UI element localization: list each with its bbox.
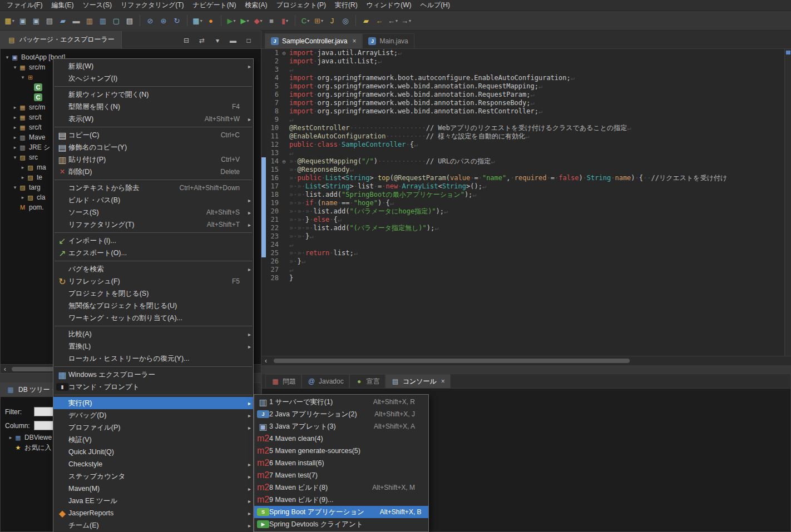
tree-expanded-icon[interactable]: ▾ [19,74,26,80]
profile-button[interactable]: ◆▾ [252,14,264,27]
menu-item[interactable]: m24 Maven clean(4) [254,432,428,445]
menu-item[interactable]: 検証(V) [53,434,253,446]
menubar-item[interactable]: ウィンドウ(W) [362,0,416,11]
menu-item[interactable]: ▥貼り付け(P)Ctrl+V [53,153,253,166]
skip-breakpoints-button[interactable]: ⊘ [144,14,156,27]
debug-button[interactable]: ▶▾ [225,14,238,27]
menu-item[interactable]: m29 Maven ビルド(9)... [254,494,428,506]
view-toolbar-button[interactable]: ▬ [229,35,238,45]
menu-item[interactable]: ▤コピー(C)Ctrl+C [53,129,253,141]
menu-item[interactable]: J2 Java アプリケーション(2)Alt+Shift+X, J [254,408,428,420]
menu-item[interactable]: ▥1 サーバーで実行(1)Alt+Shift+X, R [254,396,428,408]
save-all-button[interactable]: ▣ [30,14,42,27]
menu-item[interactable]: 新規(W)▸ [53,60,253,72]
compare-button[interactable]: ▥ [97,14,109,27]
new-interface-button[interactable]: J [326,14,338,27]
menubar-item[interactable]: リファクタリング(T) [116,0,189,11]
view-toolbar-button[interactable]: ⇄ [197,35,206,45]
menubar-item[interactable]: 実行(R) [330,0,362,11]
tree-collapsed-icon[interactable]: ▸ [19,165,26,170]
tree-collapsed-icon[interactable]: ▸ [12,105,18,110]
report-button[interactable]: ▤ [123,14,136,27]
editor-hscrollbar[interactable]: ‹ [261,356,791,365]
menu-item[interactable]: デバッグ(D)▸ [53,409,253,421]
menu-item[interactable]: ▦Windows エクスプローラー [53,369,253,381]
view-toolbar-button[interactable]: □ [244,35,253,45]
menu-item[interactable]: 置換(L)▸ [53,340,253,352]
new-class-button[interactable]: C▾ [299,14,312,27]
menu-item[interactable]: Maven(M)▸ [53,483,253,495]
editor-code-area[interactable]: 1⊖import·java.util.ArrayList;↵2import·ja… [261,49,784,356]
menu-item[interactable]: 表示(W)Alt+Shift+W▸ [53,113,253,125]
spring-button[interactable]: ● [205,14,217,27]
menu-item[interactable]: 実行(R)▸ [53,397,253,409]
menu-item[interactable]: Java EE ツール▸ [53,495,253,507]
menubar-item[interactable]: ソース(S) [78,0,116,11]
scroll-left-icon[interactable]: ‹ [1,365,9,374]
overview-ruler[interactable] [784,49,791,356]
tab-close-icon[interactable]: × [441,377,445,385]
editor-tab[interactable]: JSampleController.java× [265,33,362,48]
menubar-item[interactable]: プロジェクト(P) [271,0,330,11]
tree-collapsed-icon[interactable]: ▸ [12,125,18,130]
view-toolbar-button[interactable]: ⊟ [182,35,191,45]
menu-item[interactable]: ▤修飾名のコピー(Y) [53,141,253,153]
back-button[interactable]: ←▾ [387,14,399,27]
menu-item[interactable]: ステップカウンタ▸ [53,470,253,483]
menubar-item[interactable]: ナビゲート(N) [189,0,241,11]
tab-close-icon[interactable]: × [352,37,356,45]
tree-collapsed-icon[interactable]: ▸ [19,195,26,200]
print-button[interactable]: ▤ [43,14,56,27]
last-edit-button[interactable]: ← [373,14,385,27]
menu-item[interactable]: ↗エクスポート(O)... [53,247,253,259]
menu-item[interactable]: ワーキング・セットの割り当て(A)... [53,312,253,324]
history-button[interactable]: ↻ [171,14,183,27]
fold-marker[interactable]: ⊖ [280,157,288,166]
menu-item[interactable]: 比較(A)▸ [53,328,253,340]
menu-item[interactable]: プロファイル(P)▸ [53,421,253,434]
tree-collapsed-icon[interactable]: ▸ [7,435,14,440]
menu-item[interactable]: ↻リフレッシュ(F)F5 [53,275,253,287]
menu-item[interactable]: 型階層を開く(N)F4 [53,101,253,113]
tab-package-explorer[interactable]: ▤ パッケージ・エクスプローラー [1,31,122,49]
trim-button[interactable]: ▬ [70,14,82,27]
forward-button[interactable]: →▾ [400,14,412,27]
menu-item[interactable]: チーム(E)▸ [53,519,253,531]
fold-marker[interactable]: ⊖ [280,49,288,57]
menu-item[interactable]: m27 Maven test(7) [254,469,428,481]
console-tab[interactable]: ●宣言 [349,374,385,388]
menubar-item[interactable]: ファイル(F) [2,0,47,11]
menu-item[interactable]: ↙インポート(I)... [53,235,253,247]
coverage-button[interactable]: ▮▾ [279,14,291,27]
menu-item[interactable]: リファクタリング(T)Alt+Shift+T▸ [53,218,253,231]
menu-item[interactable]: ◆JasperReports▸ [53,507,253,519]
servers-button[interactable]: ▦▾ [191,14,204,27]
menu-item[interactable]: ▣3 Java アプレット(3)Alt+Shift+X, A [254,420,428,432]
menu-item[interactable]: SSpring Boot アプリケーションAlt+Shift+X, B [254,506,428,518]
tree-expanded-icon[interactable]: ▾ [12,155,18,160]
tree-expanded-icon[interactable]: ▾ [12,64,18,70]
brush-button[interactable]: ▰ [57,14,69,27]
menu-item[interactable]: m26 Maven install(6) [254,457,428,469]
tree-collapsed-icon[interactable]: ▸ [19,175,26,180]
menu-item[interactable]: Quick JUnit(Q) [53,446,253,458]
menu-item[interactable]: ビルド・パス(B)▸ [53,194,253,206]
menu-item[interactable]: ソース(S)Alt+Shift+S▸ [53,206,253,218]
console-tab[interactable]: ▦問題 [265,374,301,388]
tree-collapsed-icon[interactable]: ▸ [12,135,18,140]
new-package-button[interactable]: ⊞▾ [313,14,325,27]
editor-tab[interactable]: JMain.java [362,33,414,48]
menu-item[interactable]: 無関係なプロジェクトを閉じる(U) [53,300,253,312]
menubar-item[interactable]: 検索(A) [240,0,271,11]
new-wizard-button[interactable]: ▦▾ [3,14,16,27]
menu-item[interactable]: m25 Maven generate-sources(5) [254,445,428,457]
tree-expanded-icon[interactable]: ▾ [4,54,11,60]
menu-item[interactable]: コンテキストから除去Ctrl+Alt+Shift+Down [53,182,253,194]
annotate-button[interactable]: ▰ [360,14,372,27]
scroll-thumb[interactable] [274,359,630,363]
save-button[interactable]: ▣ [17,14,29,27]
menu-item[interactable]: ローカル・ヒストリーからの復元(Y)... [53,352,253,365]
console-tab[interactable]: @Javadoc [301,374,349,388]
menu-item[interactable]: 次へジャンプ(I) [53,72,253,84]
view-toolbar-button[interactable]: ▾ [213,35,222,45]
